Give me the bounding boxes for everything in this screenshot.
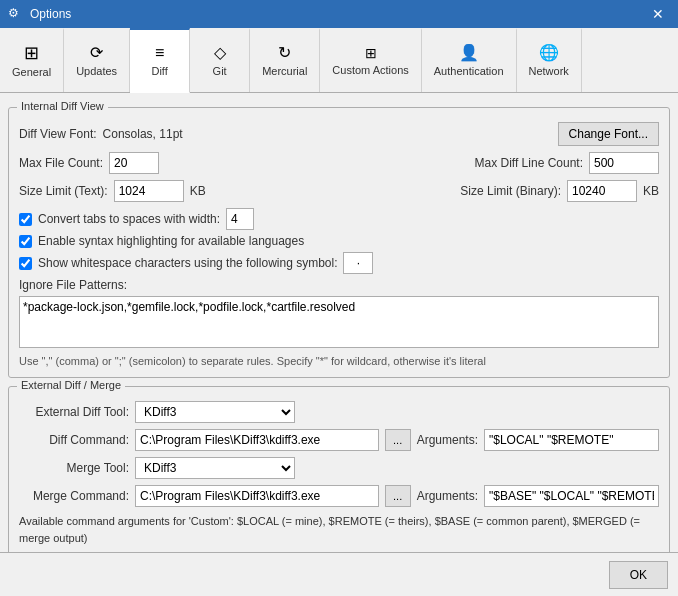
max-diff-line-count-label: Max Diff Line Count:: [475, 156, 584, 170]
tab-diff[interactable]: ≡ Diff: [130, 28, 190, 93]
app-icon: ⚙: [8, 6, 24, 22]
diff-view-font-value: Consolas, 11pt: [103, 127, 183, 141]
external-diff-tool-select[interactable]: KDiff3 Beyond Compare WinMerge Custom: [135, 401, 295, 423]
tab-authentication[interactable]: 👤 Authentication: [422, 28, 517, 92]
tab-git[interactable]: ◇ Git: [190, 28, 250, 92]
diff-command-row: Diff Command: ... Arguments:: [19, 429, 659, 451]
size-limit-text-input[interactable]: [114, 180, 184, 202]
tab-general-label: General: [12, 66, 51, 78]
merge-arguments-label: Arguments:: [417, 489, 478, 503]
convert-tabs-checkbox[interactable]: [19, 213, 32, 226]
tab-mercurial[interactable]: ↻ Mercurial: [250, 28, 320, 92]
tab-diff-label: Diff: [151, 65, 167, 77]
max-file-count-input[interactable]: [109, 152, 159, 174]
size-limit-binary-unit: KB: [643, 184, 659, 198]
merge-tool-label: Merge Tool:: [19, 461, 129, 475]
tab-custom-actions-label: Custom Actions: [332, 64, 408, 76]
size-limit-binary-input[interactable]: [567, 180, 637, 202]
whitespace-checkbox[interactable]: [19, 257, 32, 270]
tab-bar: ⊞ General ⟳ Updates ≡ Diff ◇ Git ↻ Mercu…: [0, 28, 678, 93]
git-icon: ◇: [214, 45, 226, 61]
general-icon: ⊞: [24, 44, 39, 62]
title-bar: ⚙ Options ✕: [0, 0, 678, 28]
tab-updates[interactable]: ⟳ Updates: [64, 28, 130, 92]
diff-view-font-row: Diff View Font: Consolas, 11pt Change Fo…: [19, 122, 659, 146]
diff-command-input[interactable]: [135, 429, 379, 451]
merge-command-row: Merge Command: ... Arguments:: [19, 485, 659, 507]
diff-icon: ≡: [155, 45, 164, 61]
file-count-row: Max File Count: Max Diff Line Count:: [19, 152, 659, 174]
ignore-patterns-container: Ignore File Patterns: *package-lock.json…: [19, 278, 659, 367]
merge-tool-select[interactable]: KDiff3 Beyond Compare WinMerge Custom: [135, 457, 295, 479]
whitespace-label: Show whitespace characters using the fol…: [38, 256, 337, 270]
max-file-count-label: Max File Count:: [19, 156, 103, 170]
external-diff-tool-row: External Diff Tool: KDiff3 Beyond Compar…: [19, 401, 659, 423]
available-args-text: Available command arguments for 'Custom'…: [19, 513, 659, 546]
ignore-patterns-label: Ignore File Patterns:: [19, 278, 659, 292]
tab-custom-actions[interactable]: ⊞ Custom Actions: [320, 28, 421, 92]
merge-command-input[interactable]: [135, 485, 379, 507]
tab-network[interactable]: 🌐 Network: [517, 28, 582, 92]
syntax-highlighting-checkbox[interactable]: [19, 235, 32, 248]
size-limit-binary-label: Size Limit (Binary):: [460, 184, 561, 198]
window-title: Options: [30, 7, 71, 21]
external-diff-tool-label: External Diff Tool:: [19, 405, 129, 419]
tab-updates-label: Updates: [76, 65, 117, 77]
syntax-highlight-row: Enable syntax highlighting for available…: [19, 234, 659, 248]
merge-command-label: Merge Command:: [19, 489, 129, 503]
diff-arguments-label: Arguments:: [417, 433, 478, 447]
size-limit-text-label: Size Limit (Text):: [19, 184, 108, 198]
tab-git-label: Git: [213, 65, 227, 77]
change-font-button[interactable]: Change Font...: [558, 122, 659, 146]
merge-tool-row: Merge Tool: KDiff3 Beyond Compare WinMer…: [19, 457, 659, 479]
convert-tabs-width-input[interactable]: [226, 208, 254, 230]
size-limit-row: Size Limit (Text): KB Size Limit (Binary…: [19, 180, 659, 202]
tab-authentication-label: Authentication: [434, 65, 504, 77]
ignore-patterns-textarea[interactable]: *package-lock.json,*gemfile.lock,*podfil…: [19, 296, 659, 348]
external-diff-merge-title: External Diff / Merge: [17, 379, 125, 391]
updates-icon: ⟳: [90, 45, 103, 61]
bottom-bar: OK: [0, 552, 678, 596]
whitespace-row: Show whitespace characters using the fol…: [19, 252, 659, 274]
convert-tabs-row: Convert tabs to spaces with width:: [19, 208, 659, 230]
authentication-icon: 👤: [459, 45, 479, 61]
ok-button[interactable]: OK: [609, 561, 668, 589]
diff-view-font-label: Diff View Font:: [19, 127, 97, 141]
convert-tabs-label: Convert tabs to spaces with width:: [38, 212, 220, 226]
tab-mercurial-label: Mercurial: [262, 65, 307, 77]
merge-command-browse-button[interactable]: ...: [385, 485, 411, 507]
syntax-highlighting-label: Enable syntax highlighting for available…: [38, 234, 304, 248]
ignore-patterns-hint: Use "," (comma) or ";" (semicolon) to se…: [19, 355, 659, 367]
close-button[interactable]: ✕: [646, 2, 670, 26]
size-limit-text-unit: KB: [190, 184, 206, 198]
network-icon: 🌐: [539, 45, 559, 61]
custom-actions-icon: ⊞: [365, 46, 377, 60]
external-diff-merge-section: External Diff / Merge External Diff Tool…: [8, 386, 670, 552]
tab-network-label: Network: [529, 65, 569, 77]
diff-command-browse-button[interactable]: ...: [385, 429, 411, 451]
main-content: Internal Diff View Diff View Font: Conso…: [0, 93, 678, 552]
diff-arguments-input[interactable]: [484, 429, 659, 451]
max-diff-line-count-input[interactable]: [589, 152, 659, 174]
mercurial-icon: ↻: [278, 45, 291, 61]
whitespace-symbol-input[interactable]: [343, 252, 373, 274]
tab-general[interactable]: ⊞ General: [0, 28, 64, 92]
internal-diff-view-title: Internal Diff View: [17, 100, 108, 112]
diff-command-label: Diff Command:: [19, 433, 129, 447]
merge-arguments-input[interactable]: [484, 485, 659, 507]
internal-diff-view-section: Internal Diff View Diff View Font: Conso…: [8, 107, 670, 378]
